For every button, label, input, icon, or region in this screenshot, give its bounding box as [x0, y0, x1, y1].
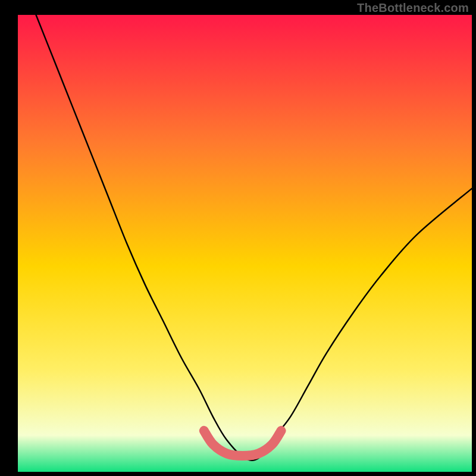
plot-background	[18, 15, 472, 472]
watermark-text: TheBottleneck.com	[357, 1, 469, 15]
chart-svg	[0, 0, 476, 476]
chart-stage: TheBottleneck.com	[0, 0, 476, 476]
